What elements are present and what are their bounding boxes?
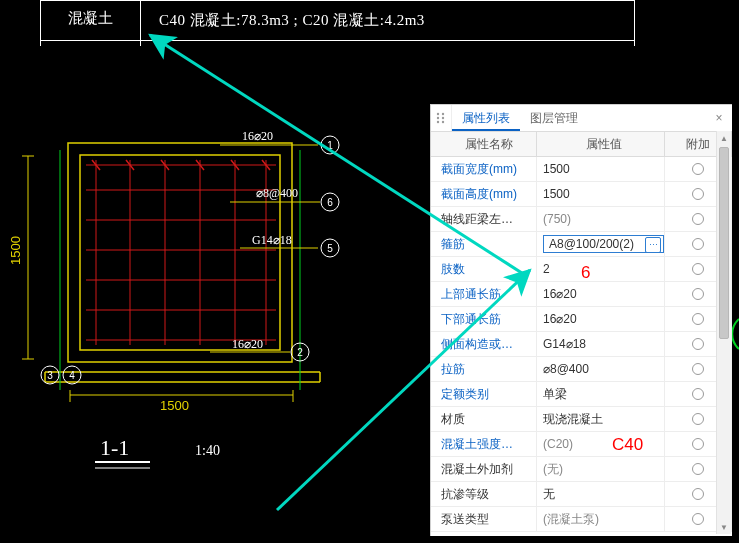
property-value-cell[interactable]: 1500	[537, 182, 665, 206]
cad-drawing-viewport[interactable]: 1 6 5 2 3 4 16⌀20 ⌀8@400 G14⌀18 16⌀20 15…	[0, 90, 430, 543]
property-value-cell[interactable]: 现浇混凝土	[537, 407, 665, 431]
property-value: 1500	[543, 162, 570, 176]
panel-close-icon[interactable]: ×	[706, 105, 732, 131]
extra-radio[interactable]	[692, 263, 704, 275]
property-value-cell[interactable]: 2	[537, 257, 665, 281]
property-name: 截面宽度(mm)	[431, 157, 537, 181]
property-row: 肢数2	[431, 257, 732, 282]
svg-rect-0	[80, 155, 280, 350]
property-row: 抗渗等级无	[431, 482, 732, 507]
property-value-cell[interactable]: 1500	[537, 157, 665, 181]
extra-radio[interactable]	[692, 188, 704, 200]
svg-text:6: 6	[327, 197, 333, 208]
header-name: 属性名称	[431, 132, 537, 156]
property-value-cell[interactable]: (C20)	[537, 432, 665, 456]
extra-radio[interactable]	[692, 413, 704, 425]
property-name: 肢数	[431, 257, 537, 281]
extra-radio[interactable]	[692, 388, 704, 400]
property-name: 截面高度(mm)	[431, 182, 537, 206]
svg-text:4: 4	[69, 370, 75, 381]
extra-radio[interactable]	[692, 463, 704, 475]
svg-text:16⌀20: 16⌀20	[242, 129, 273, 143]
svg-text:G14⌀18: G14⌀18	[252, 233, 292, 247]
property-value: ⌀8@400	[543, 362, 589, 376]
property-value-cell[interactable]: 16⌀20	[537, 307, 665, 331]
svg-text:1500: 1500	[8, 236, 23, 265]
svg-text:16⌀20: 16⌀20	[232, 337, 263, 351]
ellipsis-button-icon[interactable]: ⋯	[645, 237, 661, 253]
extra-radio[interactable]	[692, 313, 704, 325]
property-grid-body: 截面宽度(mm)1500截面高度(mm)1500轴线距梁左…(750)箍筋A8@…	[431, 157, 732, 538]
svg-point-61	[437, 117, 439, 119]
extra-radio[interactable]	[692, 438, 704, 450]
tab-layers[interactable]: 图层管理	[520, 105, 588, 131]
property-name: 拉筋	[431, 357, 537, 381]
property-name: 抗渗等级	[431, 482, 537, 506]
property-row: 截面高度(mm)1500	[431, 182, 732, 207]
scroll-up-icon[interactable]: ▲	[717, 131, 731, 145]
top-table-label: 混凝土	[40, 9, 140, 28]
property-value-input[interactable]: A8@100/200(2)⋯	[543, 235, 664, 253]
property-value-cell[interactable]: (750)	[537, 207, 665, 231]
property-name: 混凝土强度…	[431, 432, 537, 456]
property-value-cell[interactable]: (无)	[537, 457, 665, 481]
property-value: (C20)	[543, 437, 573, 451]
extra-radio[interactable]	[692, 513, 704, 525]
property-row: 材质现浇混凝土	[431, 407, 732, 432]
property-row: 上部通长筋16⌀20	[431, 282, 732, 307]
panel-drag-handle-icon[interactable]	[431, 105, 452, 131]
property-value-cell[interactable]: 单梁	[537, 382, 665, 406]
extra-radio[interactable]	[692, 163, 704, 175]
right-dark-strip	[732, 104, 739, 536]
property-row: 定额类别单梁	[431, 382, 732, 407]
property-value: 16⌀20	[543, 312, 577, 326]
property-value-cell[interactable]: ⌀8@400	[537, 357, 665, 381]
scroll-down-icon[interactable]: ▼	[717, 520, 731, 534]
property-row: 拉筋⌀8@400	[431, 357, 732, 382]
svg-point-63	[437, 121, 439, 123]
extra-radio[interactable]	[692, 288, 704, 300]
property-name: 混凝土外加剂	[431, 457, 537, 481]
svg-text:2: 2	[297, 347, 303, 358]
property-value: (无)	[543, 461, 563, 478]
property-name: 定额类别	[431, 382, 537, 406]
header-value: 属性值	[537, 132, 665, 156]
property-value-cell[interactable]: 无	[537, 482, 665, 506]
svg-rect-1	[68, 143, 292, 362]
property-value: (750)	[543, 212, 571, 226]
property-row: 下部通长筋16⌀20	[431, 307, 732, 332]
property-value: 无	[543, 486, 555, 503]
property-value: 单梁	[543, 386, 567, 403]
properties-panel: 属性列表 图层管理 × 属性名称 属性值 附加 截面宽度(mm)1500截面高度…	[430, 104, 732, 536]
property-name: 上部通长筋	[431, 282, 537, 306]
svg-point-59	[437, 113, 439, 115]
property-value: 16⌀20	[543, 287, 577, 301]
svg-text:1: 1	[327, 140, 333, 151]
property-row: 轴线距梁左…(750)	[431, 207, 732, 232]
svg-point-60	[442, 113, 444, 115]
property-value-cell[interactable]: 16⌀20	[537, 282, 665, 306]
property-value-cell[interactable]: A8@100/200(2)⋯	[537, 232, 665, 256]
extra-radio[interactable]	[692, 488, 704, 500]
property-row: 混凝土强度…(C20)	[431, 432, 732, 457]
svg-text:3: 3	[47, 370, 53, 381]
property-value-cell[interactable]: G14⌀18	[537, 332, 665, 356]
property-row: 混凝土外加剂(无)	[431, 457, 732, 482]
extra-radio[interactable]	[692, 238, 704, 250]
property-value: (混凝土泵)	[543, 511, 599, 528]
extra-radio[interactable]	[692, 338, 704, 350]
property-row: 箍筋A8@100/200(2)⋯	[431, 232, 732, 257]
extra-radio[interactable]	[692, 213, 704, 225]
vertical-scrollbar[interactable]: ▲ ▼	[716, 131, 731, 534]
property-value: 1500	[543, 187, 570, 201]
property-value-cell[interactable]: (混凝土泵)	[537, 507, 665, 531]
extra-radio[interactable]	[692, 363, 704, 375]
svg-text:1500: 1500	[160, 398, 189, 413]
top-table-value: C40 混凝土:78.3m3 ; C20 混凝土:4.2m3	[159, 11, 425, 30]
svg-text:1:40: 1:40	[195, 443, 220, 458]
property-value: G14⌀18	[543, 337, 586, 351]
property-name: 泵送类型	[431, 507, 537, 531]
tab-properties[interactable]: 属性列表	[452, 105, 520, 131]
scrollbar-thumb[interactable]	[719, 147, 729, 339]
svg-text:5: 5	[327, 243, 333, 254]
